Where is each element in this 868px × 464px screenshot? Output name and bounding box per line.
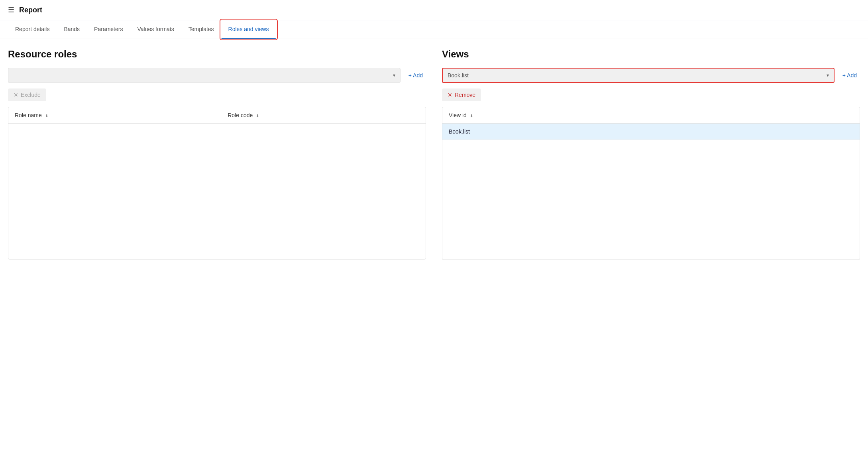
roles-col-name[interactable]: Role name ⬍ (8, 107, 221, 124)
roles-dropdown[interactable]: ▾ (8, 68, 401, 83)
main-content: Resource roles ▾ + Add ✕ Exclude Role na… (0, 39, 868, 269)
views-add-button[interactable]: + Add (839, 70, 860, 81)
views-table-body: Book.list (442, 124, 860, 260)
tab-bands[interactable]: Bands (57, 20, 87, 39)
exclude-x-icon: ✕ (14, 92, 18, 98)
roles-action-row: ✕ Exclude (8, 88, 426, 101)
tab-roles-and-views[interactable]: Roles and views (221, 20, 276, 39)
roles-dropdown-chevron-icon: ▾ (393, 73, 395, 78)
tab-templates[interactable]: Templates (181, 20, 221, 39)
roles-table-header-row: Role name ⬍ Role code ⬍ (8, 107, 426, 124)
views-empty-space (442, 140, 860, 260)
tab-parameters[interactable]: Parameters (87, 20, 130, 39)
resource-roles-title: Resource roles (8, 49, 426, 60)
roles-controls-row: ▾ + Add (8, 68, 426, 83)
views-title: Views (442, 49, 860, 60)
remove-button[interactable]: ✕ Remove (442, 88, 481, 101)
view-id-sort-icon[interactable]: ⬍ (470, 114, 473, 118)
views-table-header-row: View id ⬍ (442, 107, 860, 124)
view-id-cell: Book.list (442, 124, 860, 140)
roles-table-container: Role name ⬍ Role code ⬍ (8, 107, 426, 260)
views-action-row: ✕ Remove (442, 88, 860, 101)
views-controls-row: Book.list ▾ + Add (442, 68, 860, 83)
views-dropdown[interactable]: Book.list ▾ (442, 68, 835, 83)
roles-col-code[interactable]: Role code ⬍ (221, 107, 426, 124)
role-name-sort-icon[interactable]: ⬍ (45, 114, 48, 118)
views-table-container: View id ⬍ Book.list (442, 107, 860, 260)
views-table: View id ⬍ Book.list (442, 107, 860, 260)
views-col-id[interactable]: View id ⬍ (442, 107, 860, 124)
remove-label: Remove (455, 92, 475, 98)
resource-roles-section: Resource roles ▾ + Add ✕ Exclude Role na… (8, 49, 426, 260)
role-code-sort-icon[interactable]: ⬍ (256, 114, 259, 118)
remove-x-icon: ✕ (448, 92, 452, 98)
roles-add-button[interactable]: + Add (405, 70, 426, 81)
roles-table: Role name ⬍ Role code ⬍ (8, 107, 426, 259)
hamburger-icon[interactable]: ☰ (8, 6, 14, 14)
roles-table-body (8, 124, 426, 259)
tab-values-formats[interactable]: Values formats (130, 20, 181, 39)
exclude-label: Exclude (21, 92, 41, 98)
views-dropdown-value: Book.list (448, 72, 469, 79)
app-header: ☰ Report (0, 0, 868, 20)
tab-report-details[interactable]: Report details (8, 20, 57, 39)
exclude-button: ✕ Exclude (8, 88, 46, 101)
app-title: Report (19, 6, 42, 14)
table-row[interactable]: Book.list (442, 124, 860, 140)
tabs-bar: Report details Bands Parameters Values f… (0, 20, 868, 39)
views-dropdown-chevron-icon: ▾ (827, 73, 829, 78)
views-section: Views Book.list ▾ + Add ✕ Remove View id (442, 49, 860, 260)
